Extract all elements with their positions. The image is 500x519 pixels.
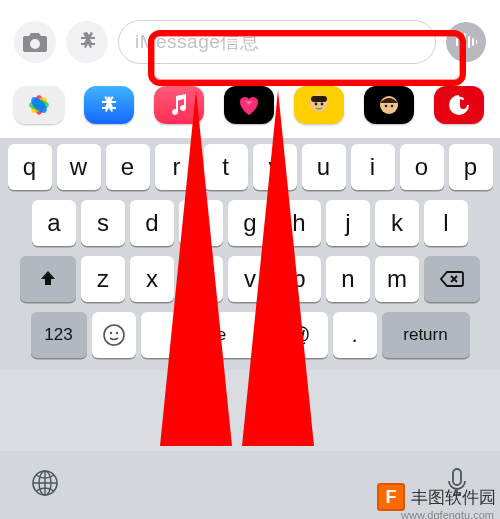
camera-button[interactable]: [14, 21, 56, 63]
watermark-brand: 丰图软件园: [411, 486, 496, 509]
face-icon: [376, 92, 402, 118]
shift-icon: [38, 269, 58, 289]
app-music[interactable]: [154, 86, 204, 124]
key-l[interactable]: l: [424, 200, 468, 246]
photos-icon: [26, 92, 52, 118]
key-s[interactable]: s: [81, 200, 125, 246]
shift-key[interactable]: [20, 256, 76, 302]
waveform-icon: [455, 33, 477, 51]
key-q[interactable]: q: [8, 144, 52, 190]
svg-point-6: [315, 103, 318, 106]
app-memoji-2[interactable]: [364, 86, 414, 124]
app-strip: [0, 82, 500, 138]
emoji-icon: [102, 323, 126, 347]
watermark-url: www.dgfengtu.com: [401, 509, 494, 519]
key-p[interactable]: p: [449, 144, 493, 190]
key-a[interactable]: a: [32, 200, 76, 246]
watermark: F 丰图软件园: [377, 483, 496, 511]
key-g[interactable]: g: [228, 200, 272, 246]
key-j[interactable]: j: [326, 200, 370, 246]
key-t[interactable]: t: [204, 144, 248, 190]
key-c[interactable]: c: [179, 256, 223, 302]
netease-icon: [448, 94, 470, 116]
key-b[interactable]: b: [277, 256, 321, 302]
app-digital-touch[interactable]: [224, 86, 274, 124]
heart-icon: [235, 93, 263, 117]
appstore-button[interactable]: [66, 21, 108, 63]
key-k[interactable]: k: [375, 200, 419, 246]
appstore-icon: [75, 30, 99, 54]
key-w[interactable]: w: [57, 144, 101, 190]
key-v[interactable]: v: [228, 256, 272, 302]
key-u[interactable]: u: [302, 144, 346, 190]
key-d[interactable]: d: [130, 200, 174, 246]
app-store[interactable]: [84, 86, 134, 124]
svg-point-10: [391, 105, 394, 108]
svg-point-11: [104, 325, 124, 345]
svg-rect-5: [311, 96, 327, 102]
app-photos[interactable]: [14, 86, 64, 124]
key-e[interactable]: e: [106, 144, 150, 190]
memoji-icon: [305, 91, 333, 119]
backspace-icon: [440, 270, 464, 288]
watermark-logo: F: [377, 483, 405, 511]
audio-button[interactable]: [446, 22, 486, 62]
key-o[interactable]: o: [400, 144, 444, 190]
svg-point-13: [115, 332, 117, 334]
at-key[interactable]: @: [272, 312, 328, 358]
emoji-key[interactable]: [92, 312, 136, 358]
message-input[interactable]: iMessage信息: [118, 20, 436, 64]
globe-icon: [30, 468, 60, 498]
key-i[interactable]: i: [351, 144, 395, 190]
dot-key[interactable]: .: [333, 312, 377, 358]
key-row-1: q w e r t y u i o p: [4, 144, 496, 190]
key-n[interactable]: n: [326, 256, 370, 302]
compose-bar: iMessage信息: [0, 0, 500, 82]
key-f[interactable]: f: [179, 200, 223, 246]
app-netease[interactable]: [434, 86, 484, 124]
music-icon: [169, 94, 189, 116]
key-y[interactable]: y: [253, 144, 297, 190]
svg-point-9: [385, 105, 388, 108]
space-key[interactable]: space: [141, 312, 267, 358]
key-z[interactable]: z: [81, 256, 125, 302]
key-x[interactable]: x: [130, 256, 174, 302]
key-r[interactable]: r: [155, 144, 199, 190]
svg-point-12: [109, 332, 111, 334]
backspace-key[interactable]: [424, 256, 480, 302]
return-key[interactable]: return: [382, 312, 470, 358]
numbers-key[interactable]: 123: [31, 312, 87, 358]
store-icon: [98, 94, 120, 116]
app-memoji[interactable]: [294, 86, 344, 124]
key-row-4: 123 space @ . return: [4, 312, 496, 358]
keyboard: q w e r t y u i o p a s d f g h j k l z …: [0, 138, 500, 370]
camera-icon: [22, 31, 48, 53]
key-row-2: a s d f g h j k l: [4, 200, 496, 246]
message-placeholder: iMessage信息: [135, 29, 259, 55]
key-m[interactable]: m: [375, 256, 419, 302]
key-h[interactable]: h: [277, 200, 321, 246]
svg-point-7: [321, 103, 324, 106]
globe-button[interactable]: [30, 468, 60, 502]
key-row-3: z x c v b n m: [4, 256, 496, 302]
